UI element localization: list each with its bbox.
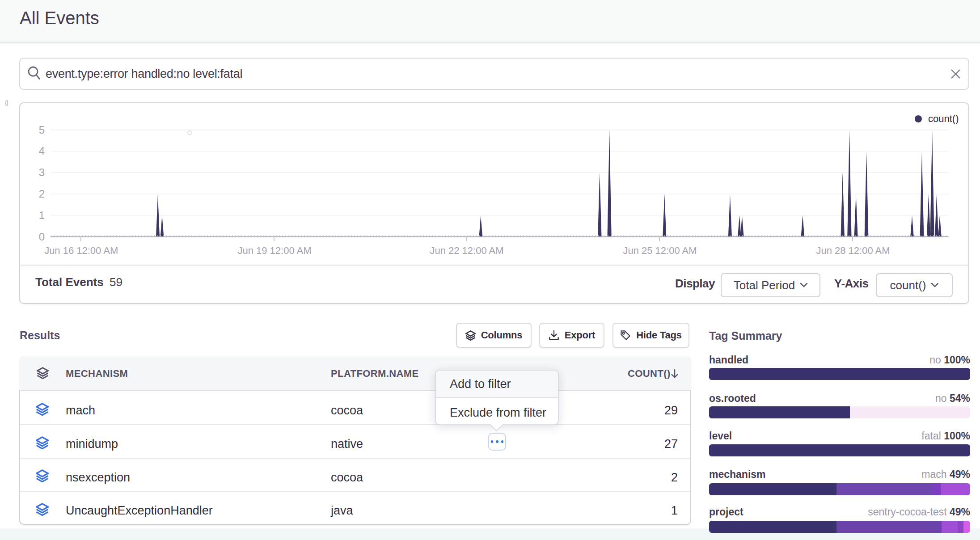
svg-text:3: 3 [39, 166, 45, 178]
svg-text:Jun 25 12:00 AM: Jun 25 12:00 AM [623, 245, 697, 256]
svg-text:4: 4 [39, 145, 45, 157]
svg-text:1: 1 [39, 209, 45, 221]
svg-text:Jun 22 12:00 AM: Jun 22 12:00 AM [430, 245, 503, 256]
svg-text:Jun 19 12:00 AM: Jun 19 12:00 AM [237, 245, 311, 256]
svg-text:Jun 16 12:00 AM: Jun 16 12:00 AM [44, 245, 118, 256]
svg-text:Jun 28 12:00 AM: Jun 28 12:00 AM [816, 245, 890, 256]
svg-text:2: 2 [39, 188, 45, 200]
svg-text:5: 5 [39, 124, 45, 136]
svg-text:0: 0 [39, 231, 45, 243]
